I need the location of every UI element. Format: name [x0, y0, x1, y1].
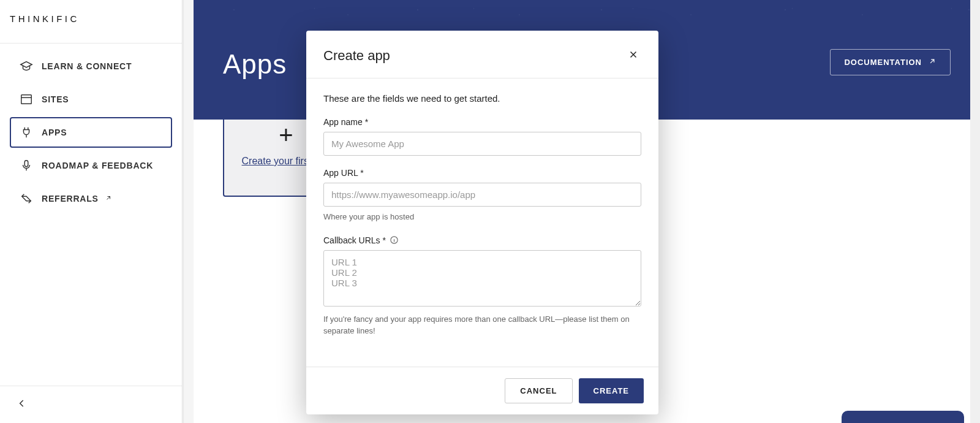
modal-body: These are the fields we need to get star… [306, 78, 658, 367]
sidebar-item-learn-connect[interactable]: LEARN & CONNECT [10, 51, 172, 82]
sidebar-item-label: LEARN & CONNECT [42, 61, 132, 71]
svg-text:THINKIFIC: THINKIFIC [10, 13, 80, 24]
sidebar-item-sites[interactable]: SITES [10, 84, 172, 115]
external-link-icon [928, 57, 937, 67]
sidebar-nav: LEARN & CONNECT SITES APPS ROADMAP & FEE… [0, 44, 182, 386]
cancel-button[interactable]: CANCEL [505, 378, 572, 403]
app-name-input[interactable] [323, 132, 641, 156]
microphone-icon [20, 159, 33, 172]
svg-rect-2 [24, 161, 28, 167]
sidebar-item-label: APPS [42, 128, 67, 137]
collapse-sidebar-icon[interactable] [16, 401, 28, 411]
callback-urls-helper-text: If you're fancy and your app requires mo… [323, 314, 641, 337]
sidebar-item-label: SITES [42, 94, 69, 104]
scrollbar[interactable] [970, 0, 980, 423]
browser-window-icon [20, 93, 33, 106]
help-widget[interactable] [842, 411, 964, 423]
plug-icon [20, 126, 33, 139]
page-title: Apps [223, 49, 287, 80]
modal-intro-text: These are the fields we need to get star… [323, 93, 641, 104]
app-url-input[interactable] [323, 183, 641, 207]
sidebar-item-referrals[interactable]: REFERRALS [10, 183, 172, 214]
sidebar-footer [0, 386, 182, 423]
sidebar-item-roadmap-feedback[interactable]: ROADMAP & FEEDBACK [10, 150, 172, 181]
callback-urls-label-text: Callback URLs * [323, 235, 386, 245]
handshake-icon [20, 192, 33, 205]
app-url-helper-text: Where your app is hosted [323, 212, 641, 223]
thinkific-logo-icon: THINKIFIC [10, 12, 102, 26]
form-group-app-name: App name * [323, 117, 641, 156]
modal-footer: CANCEL CREATE [306, 367, 658, 414]
callback-urls-input[interactable] [323, 250, 641, 307]
sidebar-item-label: REFERRALS [42, 194, 99, 204]
create-app-modal: Create app These are the fields we need … [306, 31, 658, 414]
modal-header: Create app [306, 31, 658, 78]
form-group-app-url: App URL * Where your app is hosted [323, 168, 641, 223]
graduation-cap-icon [20, 59, 33, 73]
app-name-label: App name * [323, 117, 641, 127]
sidebar: THINKIFIC LEARN & CONNECT SITES APPS [0, 0, 184, 423]
modal-title: Create app [323, 48, 390, 64]
svg-rect-1 [21, 95, 32, 104]
sidebar-item-label: ROADMAP & FEEDBACK [42, 161, 153, 170]
create-button[interactable]: CREATE [579, 378, 644, 403]
external-link-icon [105, 194, 112, 204]
plus-icon: + [279, 123, 293, 147]
callback-urls-label: Callback URLs * [323, 235, 641, 245]
info-icon[interactable] [390, 235, 399, 245]
documentation-button[interactable]: DOCUMENTATION [830, 49, 951, 75]
brand-logo: THINKIFIC [0, 0, 182, 44]
app-url-label: App URL * [323, 168, 641, 178]
close-button[interactable] [625, 47, 641, 64]
form-group-callback-urls: Callback URLs * If you're fancy and your… [323, 235, 641, 337]
documentation-button-label: DOCUMENTATION [844, 58, 922, 67]
close-icon [628, 53, 639, 62]
sidebar-item-apps[interactable]: APPS [10, 117, 172, 148]
